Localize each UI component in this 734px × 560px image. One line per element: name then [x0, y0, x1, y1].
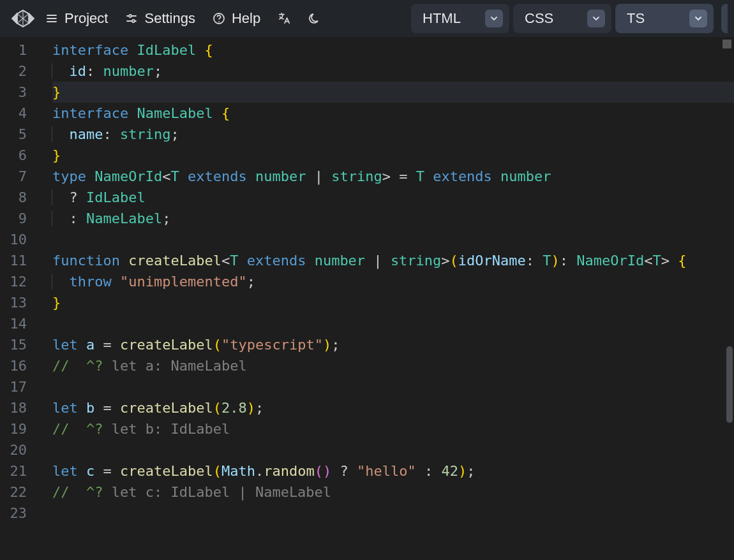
- code-line[interactable]: function createLabel<T extends number | …: [52, 250, 734, 271]
- chevron-down-icon: [592, 14, 601, 23]
- code-line[interactable]: [52, 376, 734, 397]
- line-number: 17: [0, 376, 36, 397]
- code-line[interactable]: }: [52, 82, 734, 103]
- line-number: 2: [0, 61, 36, 82]
- code-line[interactable]: let c = createLabel(Math.random() ? "hel…: [52, 461, 734, 482]
- code-line[interactable]: // ^? let c: IdLabel | NameLabel: [52, 482, 734, 503]
- line-number: 9: [0, 208, 36, 229]
- line-number: 7: [0, 166, 36, 187]
- line-number: 18: [0, 397, 36, 418]
- menu-language[interactable]: [276, 9, 292, 28]
- line-number: 10: [0, 229, 36, 250]
- code-line[interactable]: ? IdLabel: [52, 187, 734, 208]
- line-number: 8: [0, 187, 36, 208]
- code-line[interactable]: [52, 439, 734, 461]
- code-line[interactable]: type NameOrId<T extends number | string>…: [52, 166, 734, 187]
- tab-css-dropdown[interactable]: [587, 10, 605, 27]
- line-number: 19: [0, 418, 36, 439]
- code-line[interactable]: [52, 503, 734, 524]
- code-content[interactable]: interface IdLabel { id: number;}interfac…: [36, 37, 734, 560]
- menu-theme[interactable]: [306, 9, 323, 28]
- code-line[interactable]: id: number;: [52, 61, 734, 82]
- menu-settings[interactable]: Settings: [123, 8, 197, 29]
- menu-project[interactable]: Project: [43, 8, 109, 29]
- minimap-thumb[interactable]: [723, 40, 731, 48]
- scrollbar-thumb[interactable]: [726, 346, 733, 423]
- line-number: 23: [0, 503, 36, 524]
- main-menu: Project Settings Help: [43, 8, 323, 29]
- tab-overflow-edge: [721, 4, 728, 33]
- svg-point-4: [129, 15, 131, 17]
- code-line[interactable]: // ^? let b: IdLabel: [52, 418, 734, 439]
- menu-help[interactable]: Help: [211, 8, 262, 29]
- line-number: 5: [0, 124, 36, 145]
- tab-ts-dropdown[interactable]: [689, 10, 707, 27]
- code-line[interactable]: name: string;: [52, 124, 734, 145]
- chevron-down-icon: [694, 14, 703, 23]
- line-number-gutter: 1234567891011121314151617181920212223: [0, 37, 36, 560]
- line-number: 3: [0, 82, 36, 103]
- translate-icon: [277, 11, 291, 26]
- code-line[interactable]: }: [52, 145, 734, 166]
- menu-settings-label: Settings: [144, 10, 195, 27]
- file-tabs: HTML CSS TS: [411, 4, 728, 33]
- line-number: 4: [0, 103, 36, 124]
- tab-html-label: HTML: [423, 10, 461, 27]
- line-number: 15: [0, 334, 36, 355]
- code-line[interactable]: let b = createLabel(2.8);: [52, 397, 734, 418]
- line-number: 6: [0, 145, 36, 166]
- line-number: 1: [0, 40, 36, 61]
- tab-ts[interactable]: TS: [615, 4, 714, 33]
- code-line[interactable]: [52, 229, 734, 250]
- code-line[interactable]: throw "unimplemented";: [52, 271, 734, 292]
- code-line[interactable]: interface NameLabel {: [52, 103, 734, 124]
- line-number: 14: [0, 313, 36, 334]
- code-line[interactable]: [52, 313, 734, 334]
- tab-html-dropdown[interactable]: [485, 10, 503, 27]
- line-number: 21: [0, 461, 36, 482]
- line-number: 13: [0, 292, 36, 313]
- tab-css-label: CSS: [525, 10, 553, 27]
- chevron-down-icon: [490, 14, 498, 23]
- moon-icon: [308, 11, 322, 26]
- menu-project-label: Project: [64, 10, 108, 27]
- help-icon: [212, 11, 226, 26]
- sliders-icon: [124, 11, 139, 26]
- tab-ts-label: TS: [627, 10, 645, 27]
- code-line[interactable]: // ^? let a: NameLabel: [52, 355, 734, 376]
- hamburger-icon: [45, 11, 59, 26]
- line-number: 22: [0, 482, 36, 503]
- code-line[interactable]: let a = createLabel("typescript");: [52, 334, 734, 355]
- app-logo[interactable]: [9, 4, 37, 33]
- topbar: Project Settings Help HTML: [0, 0, 734, 37]
- code-editor[interactable]: 1234567891011121314151617181920212223 in…: [0, 37, 734, 560]
- tab-css[interactable]: CSS: [513, 4, 611, 33]
- code-line[interactable]: interface IdLabel {: [52, 40, 734, 61]
- line-number: 12: [0, 271, 36, 292]
- tab-html[interactable]: HTML: [411, 4, 509, 33]
- code-line[interactable]: : NameLabel;: [52, 208, 734, 229]
- line-number: 20: [0, 439, 36, 461]
- svg-point-8: [218, 21, 220, 22]
- code-line[interactable]: }: [52, 292, 734, 313]
- line-number: 11: [0, 250, 36, 271]
- svg-point-6: [132, 20, 135, 22]
- menu-help-label: Help: [232, 10, 260, 27]
- line-number: 16: [0, 355, 36, 376]
